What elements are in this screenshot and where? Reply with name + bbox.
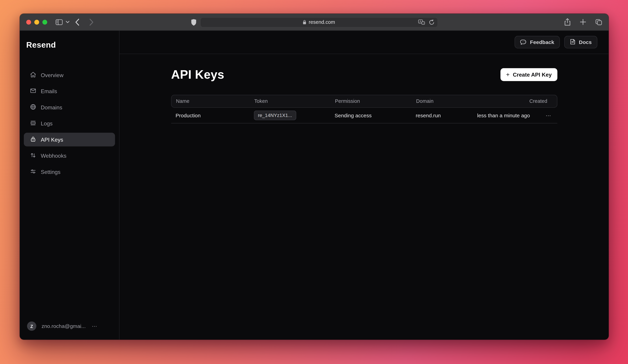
sidebar-item-label: Webhooks bbox=[41, 153, 67, 159]
sidebar: Resend Overview Emails bbox=[20, 31, 119, 340]
shield-icon[interactable] bbox=[191, 19, 196, 26]
tab-overview-icon[interactable] bbox=[595, 19, 602, 25]
column-header-token: Token bbox=[254, 98, 335, 104]
sidebar-item-label: Domains bbox=[41, 104, 62, 110]
translate-icon[interactable]: A ☆ bbox=[418, 19, 425, 25]
sidebar-nav: Overview Emails Domains bbox=[24, 68, 115, 179]
key-permission: Sending access bbox=[334, 112, 416, 118]
chat-bubble-icon bbox=[520, 39, 527, 46]
reload-icon[interactable] bbox=[429, 19, 434, 25]
sidebar-item-emails[interactable]: Emails bbox=[24, 84, 115, 98]
column-header-name: Name bbox=[172, 98, 254, 104]
document-icon bbox=[570, 39, 576, 46]
column-header-created: Created bbox=[471, 98, 557, 104]
arrows-up-down-icon bbox=[30, 152, 36, 159]
table-header: Name Token Permission Domain Created bbox=[171, 95, 557, 108]
sidebar-item-label: Settings bbox=[41, 169, 60, 175]
user-menu-button[interactable]: ⋯ bbox=[92, 323, 97, 329]
svg-text:☆: ☆ bbox=[422, 22, 424, 24]
key-created: less than a minute ago bbox=[471, 112, 540, 118]
browser-window: resend.com A ☆ bbox=[20, 14, 609, 340]
address-bar[interactable]: resend.com A ☆ bbox=[200, 17, 438, 27]
mail-icon bbox=[30, 87, 36, 95]
browser-titlebar: resend.com A ☆ bbox=[20, 14, 609, 31]
close-window-button[interactable] bbox=[26, 19, 31, 24]
page-content: API Keys + Create API Key Name Token Per… bbox=[119, 54, 609, 123]
new-tab-icon[interactable] bbox=[580, 19, 586, 25]
sliders-icon bbox=[30, 168, 36, 176]
main-area: Feedback Docs API Keys bbox=[119, 31, 609, 340]
back-icon[interactable] bbox=[75, 18, 79, 26]
key-name: Production bbox=[171, 112, 254, 118]
minimize-window-button[interactable] bbox=[34, 19, 39, 24]
globe-icon bbox=[30, 104, 36, 111]
sidebar-item-webhooks[interactable]: Webhooks bbox=[24, 149, 115, 163]
top-bar: Feedback Docs bbox=[119, 31, 609, 54]
create-api-key-label: Create API Key bbox=[513, 72, 552, 78]
desktop: resend.com A ☆ bbox=[0, 0, 628, 364]
zoom-window-button[interactable] bbox=[42, 19, 47, 24]
feedback-label: Feedback bbox=[530, 39, 554, 45]
avatar: Z bbox=[27, 321, 36, 331]
forward-icon[interactable] bbox=[89, 18, 94, 26]
lock-icon bbox=[30, 136, 36, 143]
url-text: resend.com bbox=[309, 19, 335, 25]
share-icon[interactable] bbox=[564, 18, 571, 26]
token-chip[interactable]: re_14NYz1X1... bbox=[254, 111, 296, 120]
table-row: Production re_14NYz1X1... Sending access… bbox=[171, 108, 557, 123]
api-keys-table: Name Token Permission Domain Created Pro… bbox=[171, 95, 557, 123]
sidebar-item-label: Emails bbox=[41, 88, 57, 94]
plus-icon: + bbox=[506, 71, 510, 78]
user-email: zno.rocha@gmai... bbox=[42, 323, 86, 329]
user-account[interactable]: Z zno.rocha@gmai... ⋯ bbox=[27, 321, 114, 331]
lock-icon bbox=[303, 20, 306, 25]
traffic-lights bbox=[26, 19, 47, 24]
create-api-key-button[interactable]: + Create API Key bbox=[500, 68, 557, 81]
feedback-button[interactable]: Feedback bbox=[515, 36, 560, 48]
sidebar-item-label: Overview bbox=[41, 72, 64, 78]
column-header-permission: Permission bbox=[335, 98, 416, 104]
sidebar-item-label: API Keys bbox=[41, 136, 63, 142]
sidebar-item-overview[interactable]: Overview bbox=[24, 68, 115, 82]
app-body: Resend Overview Emails bbox=[20, 31, 609, 340]
sidebar-item-domains[interactable]: Domains bbox=[24, 100, 115, 114]
chevron-down-icon[interactable] bbox=[66, 20, 69, 23]
home-icon bbox=[30, 71, 36, 79]
sidebar-item-logs[interactable]: Logs bbox=[24, 117, 115, 130]
row-menu-button[interactable]: ⋯ bbox=[540, 112, 557, 118]
sidebar-item-api-keys[interactable]: API Keys bbox=[24, 133, 115, 146]
docs-button[interactable]: Docs bbox=[564, 36, 597, 48]
logs-icon bbox=[30, 120, 36, 127]
sidebar-item-label: Logs bbox=[41, 121, 53, 126]
column-header-domain: Domain bbox=[416, 98, 471, 104]
docs-label: Docs bbox=[579, 39, 592, 45]
resend-logo: Resend bbox=[24, 38, 115, 50]
svg-text:A: A bbox=[419, 20, 421, 23]
key-domain: resend.run bbox=[416, 112, 471, 118]
page-title: API Keys bbox=[171, 68, 224, 81]
sidebar-item-settings[interactable]: Settings bbox=[24, 165, 115, 179]
sidebar-toggle-icon[interactable] bbox=[55, 19, 63, 25]
